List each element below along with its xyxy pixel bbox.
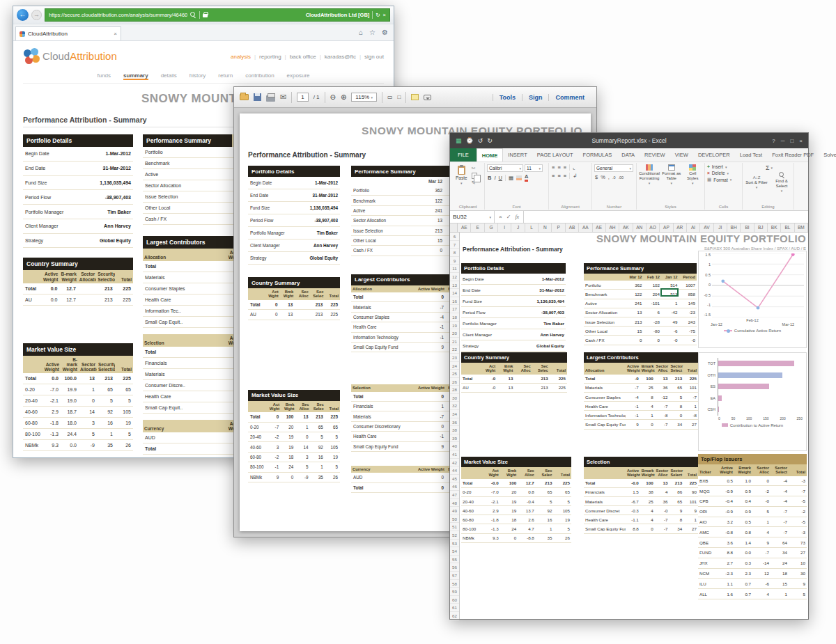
comment-bubble-icon[interactable] [424,95,431,100]
row-header[interactable]: 16 [450,297,459,306]
row-header[interactable]: 23 [450,354,459,362]
delete-cells-button[interactable]: ×Delete▾ [707,171,732,175]
row-header[interactable]: 25 [450,370,459,378]
zoom-in-icon[interactable]: ⊕ [341,93,346,101]
nav-history[interactable]: history [189,72,206,80]
column-header[interactable]: BK [768,223,781,232]
column-header[interactable]: BJ [754,223,768,232]
help-icon[interactable]: ? [772,138,775,144]
row-header[interactable]: 58 [450,580,459,588]
row-header[interactable]: 8 [450,249,459,257]
address-bar[interactable]: https://secure.cloudattribution.com/anal… [45,8,390,22]
search-icon[interactable] [190,12,196,18]
row-header[interactable]: 48 [450,499,459,508]
row-header[interactable]: 49 [450,507,459,515]
row-header[interactable]: 11 [450,265,459,273]
print-icon[interactable] [266,95,275,102]
tab-developer[interactable]: DEVELOPER [693,148,735,162]
column-header[interactable]: BM [795,223,808,232]
row-header[interactable]: 38 [450,426,459,434]
wrap-text-icon[interactable]: ↲ [573,173,577,179]
row-header[interactable]: 20 [450,329,459,338]
format-cells-button[interactable]: ▦Format▾ [707,177,732,182]
certificate-badge[interactable]: CloudAttribution Ltd [GB] [306,12,370,18]
column-header[interactable]: AI [687,223,700,232]
bar-chart[interactable]: TOTOTHESEACSH 050100150200250 Contributi… [698,352,807,451]
tab-solver[interactable]: Solver Foundation [819,148,836,162]
tab-formulas[interactable]: FORMULAS [578,148,617,162]
column-header[interactable]: AH [606,223,619,232]
minimize-icon[interactable]: ─ [781,138,785,144]
tools-button[interactable]: Tools [493,94,522,101]
row-header[interactable]: 57 [450,572,459,580]
row-header[interactable]: 26 [450,378,459,386]
align-center-icon[interactable]: ≡ [557,173,560,179]
fit-width-icon[interactable]: ▭ [387,94,393,100]
nav-contribution[interactable]: contribution [245,72,274,80]
maximize-icon[interactable]: □ [790,138,794,144]
tab-review[interactable]: REVIEW [640,148,670,162]
format-as-table-button[interactable]: Format as Table▾ [662,164,681,202]
tab-load-test[interactable]: Load Test [735,148,767,162]
row-header[interactable]: 39 [450,434,459,443]
row-header[interactable]: 62 [450,612,459,620]
sort-filter-button[interactable]: A↓ZSort & Filter▾ [745,175,768,191]
analysis-link[interactable]: analysis [231,54,251,60]
percent-icon[interactable]: % [601,174,605,180]
row-header[interactable]: 41 [450,450,459,459]
insert-cells-button[interactable]: +Insert▾ [707,164,732,169]
fit-page-icon[interactable]: □ [398,94,401,100]
nav-details[interactable]: details [161,72,177,80]
back-button[interactable]: ← [17,9,29,21]
select-all-corner[interactable] [450,223,458,232]
bold-button[interactable]: B [488,175,491,181]
row-header[interactable]: 42 [450,459,459,467]
sign-out-link[interactable]: sign out [364,54,384,60]
row-header[interactable]: 59 [450,588,459,596]
column-header[interactable]: N [539,223,552,232]
user-link[interactable]: karadas@ftc [325,54,356,60]
number-format-select[interactable]: General▾ [594,164,633,172]
decrease-decimal-icon[interactable]: .00 [619,175,624,180]
stop-icon[interactable]: × [383,12,386,18]
row-header[interactable]: 12 [450,273,459,281]
row-header[interactable]: 21 [450,338,459,346]
nav-return[interactable]: return [218,72,233,80]
close-icon[interactable]: × [799,138,803,144]
copy-icon[interactable] [472,173,477,179]
cancel-icon[interactable]: × [499,214,502,220]
tab-home[interactable]: HOME [477,148,504,162]
column-header[interactable]: J [511,223,525,232]
row-header[interactable]: 45 [450,475,459,483]
column-header[interactable]: AO [647,223,660,232]
sheet-cells[interactable]: SNOWY MOUNTAIN EQUITY PORTFOLIO S&P/ASX … [460,233,808,619]
browser-chrome[interactable]: ← → https://secure.cloudattribution.com/… [13,6,394,24]
column-header[interactable]: E [471,223,484,232]
forward-button[interactable]: → [31,10,42,20]
column-header[interactable]: AR [674,223,687,232]
column-header[interactable]: AV [700,223,713,232]
row-header[interactable]: 32 [450,402,459,410]
comment-button[interactable]: Comment [548,94,591,101]
favorites-icon[interactable]: ☆ [369,29,376,36]
font-size-select[interactable]: 11▾ [525,164,543,172]
insert-function-icon[interactable]: fx [515,214,519,220]
italic-button[interactable]: I [494,175,495,181]
browser-tab[interactable]: CloudAttribution × [15,26,121,40]
column-header[interactable]: AK [619,223,633,232]
autosum-icon[interactable]: Σ [766,164,770,171]
orientation-icon[interactable]: ⌞ [573,164,575,171]
cloudattribution-logo[interactable]: CloudAttribution [23,48,117,65]
font-color-icon[interactable]: A [525,174,528,182]
row-header[interactable]: 9 [450,257,459,265]
column-header[interactable]: G [485,223,498,232]
enter-icon[interactable]: ✓ [506,214,511,220]
row-header[interactable]: 18 [450,313,459,322]
email-icon[interactable]: ✉ [280,93,286,102]
fill-color-icon[interactable] [516,175,522,180]
comma-icon[interactable]: , [608,174,610,180]
save-icon[interactable] [254,93,261,101]
row-header[interactable]: 50 [450,515,459,524]
row-header[interactable]: 47 [450,491,459,499]
align-top-icon[interactable]: ≡ [552,164,555,171]
